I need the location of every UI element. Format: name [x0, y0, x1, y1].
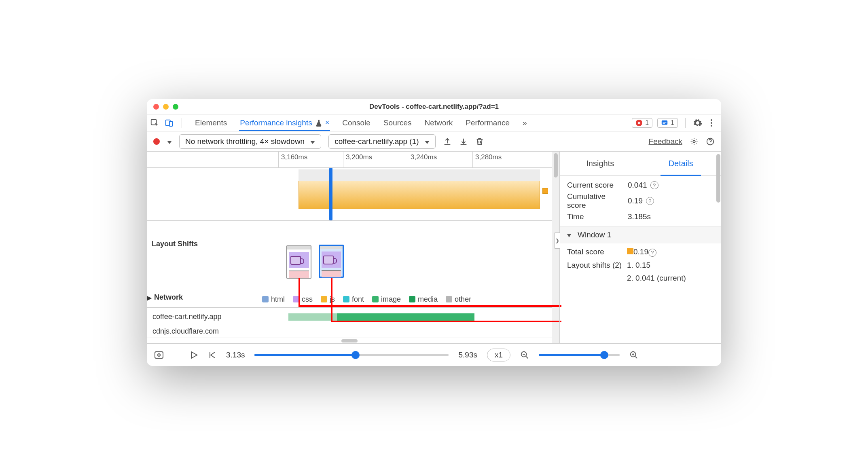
time-ruler[interactable]: 3,160ms 3,200ms 3,240ms 3,280ms: [147, 152, 552, 168]
network-disclosure-icon[interactable]: ▶: [147, 294, 152, 302]
record-button[interactable]: [153, 138, 160, 145]
tick: 3,280ms: [472, 152, 502, 167]
record-menu-chevron-icon[interactable]: [167, 137, 172, 146]
insights-toolbar: No network throttling, 4× slowdown coffe…: [147, 131, 721, 152]
layout-shifts-label: Layout shifts (2): [567, 261, 624, 270]
playback-speed[interactable]: x1: [487, 349, 510, 361]
playback-bar: 3.13s 5.93s x1: [147, 343, 721, 366]
svg-rect-4: [662, 120, 667, 125]
current-score-value: 0.041: [628, 181, 647, 190]
timeline-pane: 3,160ms 3,200ms 3,240ms 3,280ms Layout S…: [147, 152, 552, 343]
current-score-label: Current score: [567, 181, 624, 190]
tab-performance-insights[interactable]: Performance insights ×: [239, 115, 330, 131]
tab-performance[interactable]: Performance: [465, 115, 510, 131]
recording-select[interactable]: coffee-cart.netlify.app (1): [328, 134, 435, 149]
range-end-label: 5.93s: [458, 351, 477, 359]
svg-point-5: [711, 119, 712, 121]
errors-badge[interactable]: 1: [632, 118, 652, 128]
feedback-link[interactable]: Feedback: [649, 137, 682, 146]
svg-rect-10: [155, 352, 163, 358]
time-label: Time: [567, 212, 624, 221]
panel-settings-icon[interactable]: [690, 137, 699, 146]
side-tab-details[interactable]: Details: [641, 152, 722, 175]
tab-console[interactable]: Console: [341, 115, 371, 131]
tab-elements[interactable]: Elements: [194, 115, 228, 131]
annotation-line: [331, 321, 561, 322]
side-tab-insights[interactable]: Insights: [560, 152, 641, 175]
total-score-label: Total score: [567, 247, 624, 256]
layout-shift-item-2[interactable]: 2. 0.041 (current): [627, 274, 714, 283]
network-legend: html css js font image media other: [262, 291, 552, 307]
total-score-value: 0.19: [633, 247, 648, 256]
score-color-swatch: [627, 248, 633, 254]
delete-icon[interactable]: [475, 137, 484, 146]
import-icon[interactable]: [459, 137, 468, 146]
devtools-tabstrip: Elements Performance insights × Console …: [147, 114, 721, 131]
annotation-line: [299, 278, 300, 306]
annotation-line: [331, 278, 332, 321]
main-thread-track[interactable]: [262, 168, 540, 216]
svg-point-11: [158, 354, 160, 356]
jump-to-start-icon[interactable]: [207, 351, 216, 359]
inspect-icon[interactable]: [150, 118, 159, 127]
cumulative-score-value: 0.19: [628, 197, 643, 205]
layout-shift-thumb-2[interactable]: [319, 245, 344, 278]
time-scrubber[interactable]: [254, 354, 449, 356]
flask-icon: [315, 119, 322, 127]
cumulative-score-label: Cumulative score: [567, 192, 624, 210]
close-tab-icon[interactable]: ×: [325, 118, 330, 127]
tick: 3,200ms: [343, 152, 372, 167]
panel-collapse-handle[interactable]: ❯: [554, 232, 560, 249]
play-icon[interactable]: [190, 351, 198, 359]
zoom-out-icon[interactable]: [520, 351, 529, 359]
tab-network[interactable]: Network: [424, 115, 454, 131]
tab-sources[interactable]: Sources: [383, 115, 413, 131]
preview-toggle-icon[interactable]: [154, 351, 164, 359]
help-icon[interactable]: [706, 137, 715, 146]
throttling-select[interactable]: No network throttling, 4× slowdown: [179, 134, 321, 149]
zoom-slider[interactable]: [539, 354, 620, 356]
svg-rect-2: [169, 121, 172, 126]
network-bar[interactable]: [288, 313, 337, 321]
tabs-overflow[interactable]: »: [522, 115, 528, 131]
annotation-line: [299, 305, 561, 307]
titlebar: DevTools - coffee-cart.netlify.app/?ad=1: [147, 99, 721, 114]
tick: 3,240ms: [408, 152, 437, 167]
devtools-window: DevTools - coffee-cart.netlify.app/?ad=1…: [147, 99, 721, 366]
settings-icon[interactable]: [693, 118, 703, 128]
window-row[interactable]: Window 1: [560, 226, 721, 243]
details-panel: ❯ Insights Details Current score 0.041? …: [559, 152, 721, 343]
network-bar[interactable]: [337, 313, 474, 321]
svg-point-6: [711, 122, 712, 124]
layout-shift-thumb-1[interactable]: [286, 245, 311, 279]
export-icon[interactable]: [443, 137, 452, 146]
tick: 3,160ms: [278, 152, 307, 167]
help-icon[interactable]: ?: [646, 197, 654, 205]
kebab-menu-icon[interactable]: [707, 118, 716, 128]
help-icon[interactable]: ?: [650, 181, 658, 189]
svg-point-8: [693, 140, 695, 143]
layout-shift-item-1[interactable]: 1. 0.15: [627, 261, 714, 270]
range-start-label: 3.13s: [226, 351, 245, 359]
window-title: DevTools - coffee-cart.netlify.app/?ad=1: [147, 103, 721, 111]
layout-shifts-label: Layout Shifts: [152, 240, 198, 248]
device-toggle-icon[interactable]: [165, 118, 174, 127]
horizontal-scrollbar[interactable]: [147, 338, 552, 343]
messages-badge[interactable]: 1: [657, 118, 678, 128]
caret-down-icon: [567, 230, 574, 239]
svg-point-7: [711, 125, 712, 127]
network-label: Network: [154, 293, 183, 302]
help-icon[interactable]: ?: [648, 249, 656, 257]
timeline-marker[interactable]: [542, 188, 548, 194]
zoom-in-icon[interactable]: [629, 351, 638, 359]
current-time-indicator[interactable]: [329, 168, 332, 220]
time-value: 3.185s: [628, 212, 651, 221]
network-host-2[interactable]: cdnjs.cloudflare.com: [152, 327, 219, 336]
network-host-1[interactable]: coffee-cart.netlify.app: [152, 313, 221, 321]
